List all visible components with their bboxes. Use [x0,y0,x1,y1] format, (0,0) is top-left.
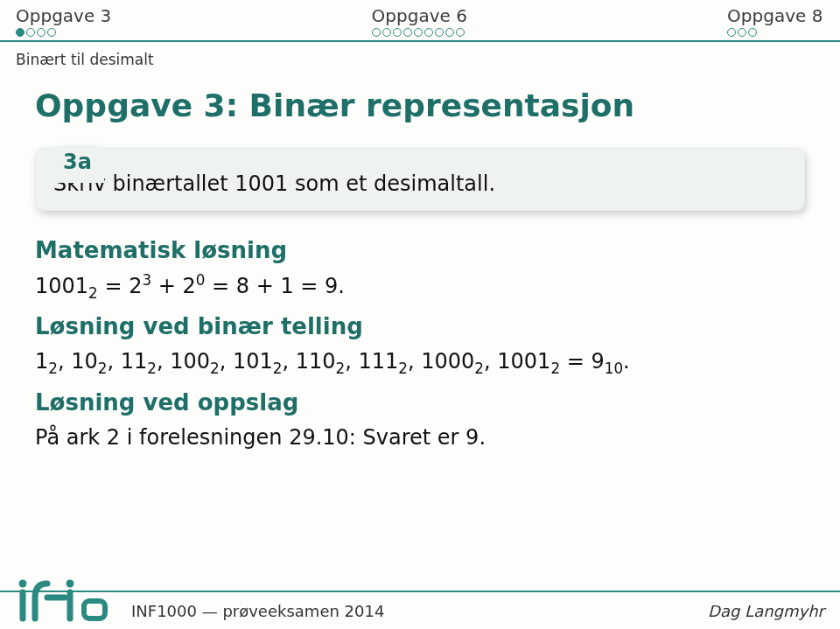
progress-dot[interactable] [403,28,412,37]
svg-point-2 [66,580,74,588]
progress-dot[interactable] [424,28,433,37]
header-divider [0,40,840,42]
footer-author: Dag Langmyhr [708,602,824,620]
progress-dots-oppgave3 [16,28,372,37]
progress-dot[interactable] [393,28,402,37]
footer-divider [0,591,840,592]
slide-title: Oppgave 3: Binær representasjon [35,87,805,123]
progress-dot[interactable] [382,28,391,37]
heading-telling: Løsning ved binær telling [35,313,805,339]
progress-dots-oppgave6 [372,28,728,37]
progress-dot[interactable] [456,28,465,37]
problem-box-label: 3a [51,146,104,183]
text-oppslag: På ark 2 i forelesningen 29.10: Svaret e… [35,421,805,454]
slide-subtitle: Binært til desimalt [0,47,840,68]
problem-box: 3a Skriv binærtallet 1001 som et desimal… [35,148,805,211]
progress-dots-oppgave8 [727,28,824,37]
footer-course: INF1000 — prøveeksamen 2014 [131,602,384,620]
progress-dot[interactable] [47,28,56,37]
problem-box-text: Skriv binærtallet 1001 som et desimaltal… [35,148,805,211]
progress-dot[interactable] [16,28,24,37]
progress-dot[interactable] [445,28,454,37]
nav-label-oppgave6[interactable]: Oppgave 6 [372,5,728,26]
slide-footer: INF1000 — prøveeksamen 2014 Dag Langmyhr [0,591,840,629]
svg-point-1 [19,580,27,588]
nav-progress-dots [0,28,840,40]
heading-oppslag: Løsning ved oppslag [35,389,805,416]
nav-label-oppgave8[interactable]: Oppgave 8 [727,5,824,26]
svg-rect-0 [84,601,105,619]
progress-dot[interactable] [414,28,423,37]
progress-dot[interactable] [435,28,444,37]
progress-dot[interactable] [727,28,736,37]
progress-dot[interactable] [372,28,381,37]
ifi-logo-icon [7,577,112,627]
math-line-conversion: 10012 = 23 + 20 = 8 + 1 = 9. [35,269,805,305]
progress-dot[interactable] [26,28,35,37]
nav-section-labels: Oppgave 3 Oppgave 6 Oppgave 8 [0,0,840,28]
heading-matematisk: Matematisk løsning [35,237,805,263]
slide-content: Oppgave 3: Binær representasjon 3a Skriv… [0,68,840,455]
math-line-counting: 12, 102, 112, 1002, 1012, 1102, 1112, 10… [35,345,805,381]
progress-dot[interactable] [738,28,746,37]
progress-dot[interactable] [748,28,757,37]
progress-dot[interactable] [37,28,46,37]
nav-label-oppgave3[interactable]: Oppgave 3 [16,5,372,26]
